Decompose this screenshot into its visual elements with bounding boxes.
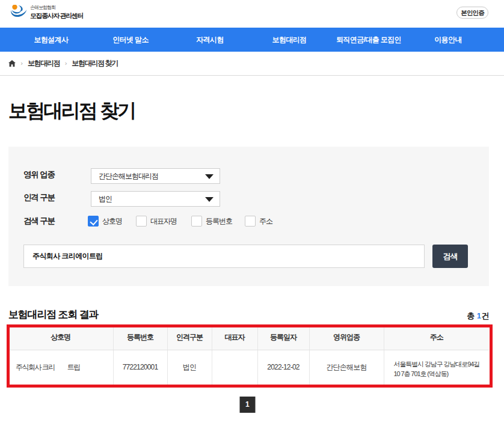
- results-header-row: 보험대리점 조회 결과 총 1건: [8, 308, 489, 321]
- col-header-address: 주소: [384, 326, 489, 350]
- search-button[interactable]: 검색: [432, 245, 468, 268]
- results-table: 상호명 등록번호 인격구분 대표자 등록일자 영위업종 주소 주식회사 크리 트…: [8, 326, 489, 385]
- keyword-input[interactable]: [23, 245, 425, 268]
- breadcrumb-level1[interactable]: 보험대리점: [28, 58, 60, 68]
- col-header-registration-date: 등록일자: [257, 326, 309, 350]
- breadcrumb-separator-icon: ›: [20, 59, 23, 67]
- col-header-company-name: 상호명: [8, 326, 113, 350]
- col-header-business-type: 영위업종: [309, 326, 384, 350]
- results-count-prefix: 총: [467, 311, 475, 320]
- cell-representative: [212, 350, 257, 385]
- checkbox-registration-number[interactable]: [191, 216, 202, 227]
- search-type-options: 상호명 대표자명 등록번호 주소: [88, 216, 272, 227]
- pagination: 1: [7, 397, 488, 413]
- address-line2: 10 7층 701호 (역삼동): [394, 370, 490, 379]
- results-count-suffix: 건: [482, 311, 490, 320]
- checkbox-registration-number-label[interactable]: 등록번호: [206, 216, 232, 227]
- nav-item-usage-guide[interactable]: 이용안내: [408, 28, 488, 52]
- search-form-panel: 영위 업종 간단손해보험대리점 인격 구분 법인 검색 구분 상호명 대표자명 …: [8, 147, 489, 286]
- entity-type-select[interactable]: 법인: [91, 191, 220, 207]
- entity-type-label: 인격 구분: [23, 193, 55, 202]
- results-count: 총 1건: [467, 311, 489, 321]
- table-header-row: 상호명 등록번호 인격구분 대표자 등록일자 영위업종 주소: [8, 326, 489, 350]
- business-type-select[interactable]: 간단손해보험대리점: [91, 168, 220, 184]
- business-type-label: 영위 업종: [23, 170, 55, 179]
- results-title: 보험대리점 조회 결과: [8, 308, 98, 321]
- nav-item-pension-loan[interactable]: 퇴직연금/대출 모집인: [329, 28, 408, 52]
- nav-item-insurance-planner[interactable]: 보험설계사: [11, 28, 91, 52]
- nav-item-internet-cancel[interactable]: 인터넷 말소: [91, 28, 170, 52]
- address-line1: 서울특별시 강남구 강남대로94길: [394, 360, 490, 370]
- entity-type-value: 법인: [99, 195, 112, 203]
- logo-site-name: 모집종사자 관리센터: [30, 12, 83, 19]
- site-header: 손해보험협회 모집종사자 관리센터 본인인증: [0, 0, 504, 28]
- table-row[interactable]: 주식회사 크리 트립 7722120001 법인 2022-12-02 간단손해…: [8, 350, 489, 385]
- main-nav: 보험설계사 인터넷 말소 자격시험 보험대리점 퇴직연금/대출 모집인 이용안내: [0, 28, 504, 52]
- cell-business-type: 간단손해보험: [309, 350, 384, 385]
- logo-text: 손해보험협회 모집종사자 관리센터: [30, 3, 83, 19]
- identity-verification-button[interactable]: 본인인증: [456, 7, 488, 19]
- site-logo[interactable]: 손해보험협회 모집종사자 관리센터: [8, 3, 83, 21]
- checkbox-representative-name[interactable]: [136, 216, 147, 227]
- col-header-entity-type: 인격구분: [167, 326, 212, 350]
- checkbox-company-name-label[interactable]: 상호명: [102, 216, 122, 227]
- nav-item-qualification-exam[interactable]: 자격시험: [170, 28, 250, 52]
- nav-item-insurance-agency[interactable]: 보험대리점: [250, 28, 329, 52]
- home-icon[interactable]: [8, 60, 16, 67]
- breadcrumb: › 보험대리점 › 보험대리점 찾기: [0, 52, 504, 76]
- pagination-page-1[interactable]: 1: [239, 397, 255, 413]
- checkbox-company-name[interactable]: [88, 216, 99, 227]
- association-logo-icon: [8, 5, 28, 21]
- logo-association-name: 손해보험협회: [30, 5, 83, 10]
- search-type-label: 검색 구분: [23, 216, 55, 225]
- business-type-value: 간단손해보험대리점: [99, 172, 158, 180]
- breadcrumb-level2[interactable]: 보험대리점 찾기: [72, 58, 118, 68]
- cell-registration-number: 7722120001: [113, 350, 167, 385]
- nav-menu: 보험설계사 인터넷 말소 자격시험 보험대리점 퇴직연금/대출 모집인 이용안내: [11, 28, 488, 52]
- checkbox-address[interactable]: [245, 216, 256, 227]
- col-header-registration-number: 등록번호: [113, 326, 167, 350]
- results-count-number: 1: [476, 311, 482, 320]
- cell-entity-type: 법인: [167, 350, 212, 385]
- checkbox-representative-name-label[interactable]: 대표자명: [150, 216, 177, 227]
- checkbox-address-label[interactable]: 주소: [259, 216, 272, 227]
- breadcrumb-separator-icon: ›: [64, 59, 67, 67]
- col-header-representative: 대표자: [212, 326, 257, 350]
- select-arrow-icon: [205, 174, 214, 179]
- select-arrow-icon: [205, 197, 214, 202]
- page-title: 보험대리점 찾기: [8, 99, 489, 122]
- main-content: 보험대리점 찾기 영위 업종 간단손해보험대리점 인격 구분 법인 검색 구분 …: [8, 99, 489, 413]
- results-table-zone: 상호명 등록번호 인격구분 대표자 등록일자 영위업종 주소 주식회사 크리 트…: [8, 326, 489, 385]
- cell-address: 서울특별시 강남구 강남대로94길 10 7층 701호 (역삼동): [384, 350, 489, 385]
- cell-registration-date: 2022-12-02: [257, 350, 309, 385]
- cell-company-name: 주식회사 크리 트립: [8, 350, 113, 385]
